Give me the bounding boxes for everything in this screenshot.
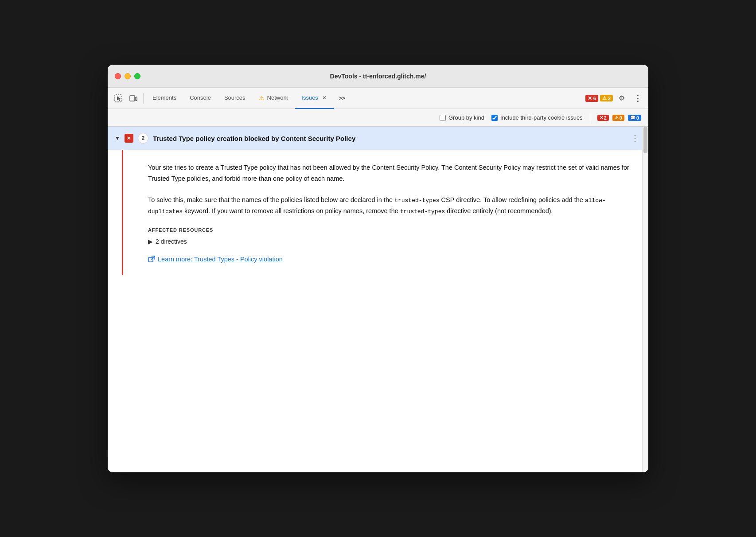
traffic-lights <box>115 73 140 79</box>
issue-count-bubble: 2 <box>138 133 148 144</box>
devtools-window: DevTools - tt-enforced.glitch.me/ Elemen… <box>108 65 648 472</box>
content-area: ▼ ✕ 2 Trusted Type policy creation block… <box>108 127 648 472</box>
include-third-party-checkbox[interactable] <box>491 115 498 121</box>
close-button[interactable] <box>115 73 121 79</box>
subtoolbar-info-badge: 💬 0 <box>628 115 641 121</box>
include-third-party-label[interactable]: Include third-party cookie issues <box>491 114 583 121</box>
subtoolbar: Group by kind Include third-party cookie… <box>108 109 648 127</box>
error-badge: ✕ 6 <box>585 95 598 102</box>
issue-solution: To solve this, make sure that the names … <box>148 195 632 217</box>
warning-badge: ⚠ 2 <box>600 95 613 101</box>
warning-triangle-icon: ⚠ <box>602 95 607 101</box>
expand-arrow: ▼ <box>115 135 120 141</box>
toolbar-divider-1 <box>143 93 144 104</box>
learn-more-link[interactable]: Learn more: Trusted Types - Policy viola… <box>148 256 632 263</box>
scrollbar-thumb[interactable] <box>643 127 647 153</box>
more-tabs-button[interactable]: >> <box>335 91 349 105</box>
external-link-icon <box>148 256 155 263</box>
subtoolbar-error-badge: ✕ 2 <box>597 115 609 121</box>
tab-elements[interactable]: Elements <box>146 88 183 109</box>
issue-body: Your site tries to create a Trusted Type… <box>122 150 648 275</box>
settings-button[interactable]: ⚙ <box>615 91 629 105</box>
subtoolbar-divider <box>590 113 590 122</box>
tab-network[interactable]: ⚠ Network <box>253 88 295 109</box>
svg-rect-2 <box>136 97 137 101</box>
main-toolbar: Elements Console Sources ⚠ Network Issue… <box>108 88 648 109</box>
subtoolbar-warning-icon: ⚠ <box>615 115 619 120</box>
maximize-button[interactable] <box>134 73 140 79</box>
subtoolbar-x-icon: ✕ <box>600 115 603 120</box>
toolbar-right: ✕ 6 ⚠ 2 ⚙ ⋮ <box>585 91 645 105</box>
group-by-kind-checkbox[interactable] <box>440 115 446 121</box>
issue-error-icon: ✕ <box>125 134 133 143</box>
subtoolbar-badges: ✕ 2 ⚠ 0 💬 0 <box>597 115 641 121</box>
titlebar: DevTools - tt-enforced.glitch.me/ <box>108 65 648 88</box>
tab-issues[interactable]: Issues ✕ <box>295 88 334 109</box>
window-title: DevTools - tt-enforced.glitch.me/ <box>330 73 426 80</box>
tab-console[interactable]: Console <box>183 88 217 109</box>
scrollbar[interactable] <box>642 127 648 472</box>
error-x-icon: ✕ <box>588 95 592 101</box>
tab-sources[interactable]: Sources <box>218 88 252 109</box>
inspect-element-button[interactable] <box>111 91 125 105</box>
directives-toggle[interactable]: ▶ 2 directives <box>148 238 632 245</box>
affected-resources-label: AFFECTED RESOURCES <box>148 227 632 233</box>
device-icon <box>129 94 137 102</box>
issue-title: Trusted Type policy creation blocked by … <box>153 135 624 142</box>
vertical-dots-icon: ⋮ <box>634 93 642 103</box>
svg-rect-1 <box>130 96 135 101</box>
issues-tab-close-button[interactable]: ✕ <box>321 94 328 101</box>
issue-header[interactable]: ▼ ✕ 2 Trusted Type policy creation block… <box>108 127 648 150</box>
network-warning-icon: ⚠ <box>259 94 265 101</box>
issue-description: Your site tries to create a Trusted Type… <box>148 162 632 184</box>
more-options-button[interactable]: ⋮ <box>631 91 645 105</box>
minimize-button[interactable] <box>125 73 131 79</box>
directives-arrow: ▶ <box>148 238 153 245</box>
gear-icon: ⚙ <box>619 94 625 102</box>
subtoolbar-info-icon: 💬 <box>630 115 635 120</box>
group-by-kind-label[interactable]: Group by kind <box>440 114 484 121</box>
issue-more-button[interactable]: ⋮ <box>629 132 641 144</box>
subtoolbar-warning-badge: ⚠ 0 <box>612 115 624 121</box>
cursor-icon <box>114 94 122 102</box>
device-toggle-button[interactable] <box>126 91 140 105</box>
